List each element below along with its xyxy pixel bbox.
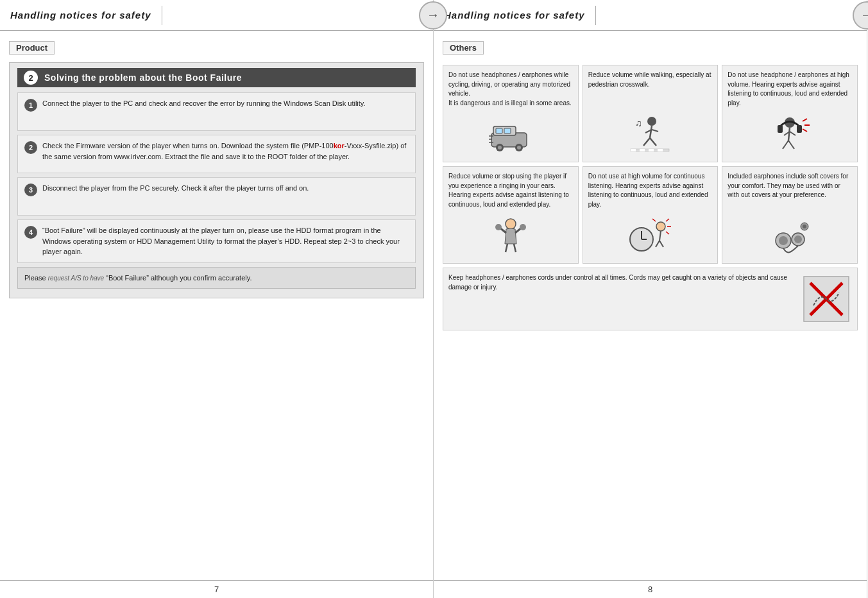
note-after: “Boot Failure” although you confirm accu… [104,274,251,282]
svg-rect-19 [640,149,645,151]
step-4: 4 “Boot Failure” will be displayed conti… [17,219,416,263]
svg-line-50 [660,231,661,241]
others-cell-2-img [728,112,852,157]
right-header: Handling notices for safety → [434,0,867,31]
step-3: 3 Disconnect the player from the PC secu… [17,177,416,216]
earphone-covers-icon [767,215,812,257]
svg-point-58 [803,225,806,228]
svg-line-26 [788,128,790,141]
left-content: Product 2 Solving the problem about the … [0,31,433,580]
others-cell-5: Included earphones include soft covers f… [722,166,858,264]
left-header-arrow: → [419,1,447,30]
others-cell-0: Do not use headphones / earphones while … [443,65,579,162]
clock-loud-icon [627,215,672,257]
svg-line-27 [783,141,788,149]
others-cell-3-img [448,213,573,258]
others-cell-0-img [448,112,573,157]
svg-line-28 [788,141,794,149]
svg-point-11 [647,117,656,126]
right-header-title: Handling notices for safety [444,10,585,21]
left-page-footer: 7 [0,580,433,598]
svg-line-12 [650,126,652,138]
others-cell-5-text: Included earphones include soft covers f… [728,172,852,200]
step-2-num: 2 [24,141,37,154]
left-page: Handling notices for safety → Product 2 … [0,0,434,598]
right-content: Others Do not use headphones / earphones… [434,31,867,580]
others-cell-1-text: Reduce volume while walking, especially … [588,71,713,89]
others-cell-0-text: Do not use headphones / earphones while … [448,71,573,108]
step-2: 2 Check the Firmware version of the play… [17,135,416,173]
others-bottom-text: Keep headphones / earphones cords under … [448,273,794,292]
svg-rect-18 [631,149,636,151]
svg-point-54 [779,236,788,245]
others-cell-3: Reduce volume or stop using the player i… [443,166,579,264]
svg-line-16 [652,130,658,132]
others-cell-4-text: Do not use at high volume for continuous… [588,172,713,209]
step-4-num: 4 [24,226,37,239]
svg-line-40 [506,244,507,252]
step-1: 1 Connect the player to the PC and check… [17,92,416,131]
svg-line-46 [666,219,669,221]
step-1-num: 1 [24,99,37,112]
problem-num: 2 [24,71,38,85]
svg-point-5 [517,146,521,150]
svg-rect-6 [496,128,502,133]
svg-line-13 [643,138,650,146]
svg-line-48 [666,232,669,234]
section-label-others: Others [443,41,484,55]
step-1-text: Connect the player to the PC and check a… [42,98,366,109]
left-page-number: 7 [214,585,219,594]
left-header: Handling notices for safety → [0,0,433,31]
step-2-text-before: Check the Firmware version of the player… [42,142,334,150]
others-cell-4-img [588,213,713,258]
left-header-divider [162,6,162,25]
svg-rect-20 [649,149,654,151]
svg-point-3 [498,146,502,150]
left-header-title: Handling notices for safety [10,10,151,21]
svg-rect-7 [504,128,511,133]
headphone-warn-icon [767,114,812,155]
step-4-text: “Boot Failure” will be displayed continu… [42,225,409,257]
svg-text:♫: ♫ [635,118,642,128]
svg-point-56 [794,235,802,243]
note-italic: request A/S to have [48,275,104,282]
right-header-divider [595,6,596,25]
others-cell-1-img: ♫ [588,112,713,157]
svg-point-45 [656,222,665,231]
svg-line-41 [514,244,516,252]
walking-icon: ♫ [627,114,672,155]
problem-box: 2 Solving the problem about the Boot Fai… [9,62,424,298]
step-3-text: Disconnect the player from the PC secure… [42,183,309,194]
svg-line-51 [656,241,660,247]
van-icon [488,114,533,155]
others-bottom-cell: Keep headphones / earphones cords under … [443,268,858,330]
ear-ringing-icon [488,215,533,257]
svg-line-14 [650,138,656,146]
step-note: Please request A/S to have “Boot Failure… [17,267,416,289]
step-2-highlight: kor [334,142,345,150]
others-cell-2-text: Do not use headphone / earphones at high… [728,71,852,108]
step-note-text: Please request A/S to have “Boot Failure… [24,273,251,284]
others-cell-1: Reduce volume while walking, especially … [583,65,719,162]
svg-rect-24 [778,125,783,133]
svg-rect-25 [797,125,802,133]
others-cell-3-text: Reduce volume or stop using the player i… [448,172,573,209]
svg-rect-21 [658,149,663,151]
others-cell-5-img [728,213,852,258]
section-label-product: Product [9,41,55,55]
step-2-text: Check the Firmware version of the player… [42,141,409,162]
right-page-number: 8 [648,585,652,594]
others-cell-4: Do not use at high volume for continuous… [583,166,719,264]
others-cell-2: Do not use headphone / earphones at high… [722,65,858,162]
step-3-num: 3 [24,184,37,196]
svg-line-30 [790,132,796,135]
svg-line-33 [803,129,807,132]
note-before: Please [24,274,48,282]
svg-line-31 [803,119,807,121]
right-page: Handling notices for safety → Others Do … [434,0,867,598]
svg-point-39 [520,224,526,230]
right-header-arrow: → [853,1,868,30]
cord-tangle-icon [801,273,852,325]
others-grid: Do not use headphones / earphones while … [443,65,858,264]
others-bottom-img [801,273,852,325]
